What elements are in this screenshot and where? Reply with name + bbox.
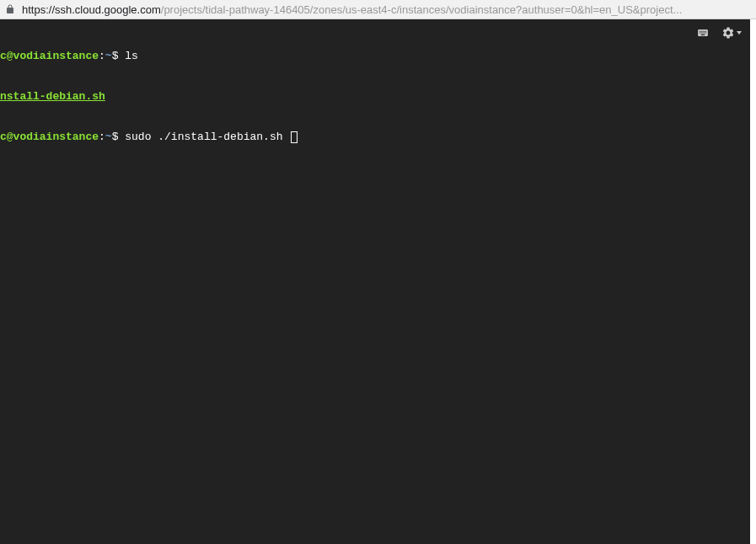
terminal-line-3: c@vodiainstance:~$ sudo ./install-debian… [0,131,750,144]
url-host: ssh.cloud.google.com [55,3,161,16]
url-text: https://ssh.cloud.google.com/projects/ti… [22,3,751,16]
gear-icon [721,26,735,40]
prompt-dollar: $ [112,131,126,143]
terminal-container[interactable]: c@vodiainstance:~$ ls nstall-debian.sh c… [0,19,750,544]
settings-menu[interactable] [721,26,742,40]
prompt-colon: : [99,50,105,62]
terminal-line-2: nstall-debian.sh [0,90,750,104]
command-text: ls [125,50,138,62]
terminal-toolbar [694,26,742,40]
prompt-user: c@vodiainstance [0,50,99,62]
url-protocol: https:// [22,3,55,16]
address-bar[interactable]: https://ssh.cloud.google.com/projects/ti… [0,0,756,19]
terminal-line-1: c@vodiainstance:~$ ls [0,50,750,63]
lock-icon [5,4,15,14]
url-path: /projects/tidal-pathway-146405/zones/us-… [161,3,683,16]
prompt-colon: : [99,131,105,143]
prompt-path: ~ [105,50,112,62]
prompt-dollar: $ [112,50,126,62]
prompt-user: c@vodiainstance [0,131,99,143]
terminal-cursor [291,131,298,143]
keyboard-icon[interactable] [694,27,711,39]
chevron-down-icon [737,31,742,35]
terminal[interactable]: c@vodiainstance:~$ ls nstall-debian.sh c… [0,19,750,174]
command-text: sudo ./install-debian.sh [125,131,289,143]
prompt-path: ~ [105,131,112,143]
file-listing: nstall-debian.sh [0,90,105,103]
